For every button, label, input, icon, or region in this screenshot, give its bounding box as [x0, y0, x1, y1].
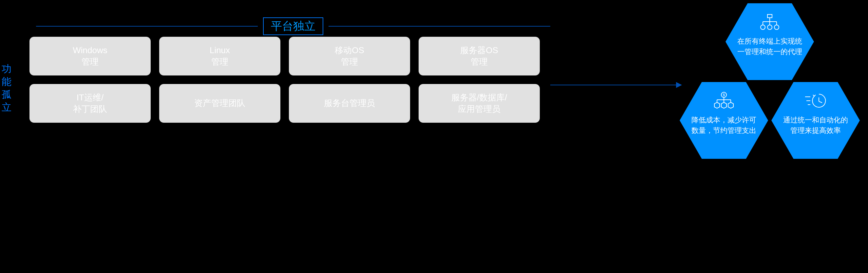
card-line1: 服务台管理员: [324, 98, 375, 109]
silo-row-platform: Windows 管理 Linux 管理 移动OS 管理 服务器OS 管理: [29, 37, 554, 76]
card-line2: 管理: [471, 56, 488, 67]
card-linux-mgmt: Linux 管理: [159, 37, 280, 76]
card-server-os-mgmt: 服务器OS 管理: [418, 37, 540, 76]
svg-rect-1: [768, 15, 772, 18]
svg-marker-18: [714, 102, 720, 108]
arrow-right-icon: [550, 85, 681, 85]
card-service-desk-admin: 服务台管理员: [289, 84, 410, 123]
svg-marker-19: [721, 102, 726, 108]
svg-marker-20: [728, 102, 733, 108]
vertical-axis-label: 功能孤立: [0, 62, 13, 113]
hex-text: 降低成本，减少许可数量，节约管理支出: [689, 115, 758, 136]
hex-text: 在所有终端上实现统一管理和统一的代理: [735, 36, 804, 57]
card-line1: IT运维/: [76, 92, 103, 103]
card-server-db-app-admin: 服务器/数据库/ 应用管理员: [418, 84, 540, 123]
card-line2: 应用管理员: [458, 103, 500, 115]
svg-text:$: $: [723, 93, 725, 97]
card-line1: 服务器OS: [460, 45, 498, 56]
hex-text: 通过统一和自动化的管理来提高效率: [781, 115, 850, 136]
card-line1: 资产管理团队: [194, 98, 245, 109]
svg-line-26: [819, 101, 822, 103]
hex-automation-efficiency: 通过统一和自动化的管理来提高效率: [771, 82, 860, 159]
silo-row-teams: IT运维/ 补丁团队 资产管理团队 服务台管理员 服务器/数据库/ 应用管理员: [29, 84, 554, 123]
heading-title: 平台独立: [263, 18, 323, 35]
svg-point-8: [768, 25, 772, 30]
speed-clock-icon: [804, 91, 827, 110]
hex-unified-agent: 在所有终端上实现统一管理和统一的代理: [725, 3, 814, 80]
heading-line-left: [36, 26, 258, 27]
card-line1: Windows: [73, 45, 107, 56]
card-mobile-os-mgmt: 移动OS 管理: [289, 37, 410, 76]
silo-card-grid: Windows 管理 Linux 管理 移动OS 管理 服务器OS 管理 IT运…: [29, 37, 554, 123]
card-line1: 移动OS: [335, 45, 364, 56]
svg-point-7: [761, 25, 765, 30]
org-chart-icon: [760, 12, 780, 31]
card-line1: 服务器/数据库/: [452, 92, 507, 103]
card-line2: 管理: [211, 56, 228, 67]
card-windows-mgmt: Windows 管理: [29, 37, 151, 76]
heading-line-right: [329, 26, 550, 27]
card-line2: 管理: [341, 56, 358, 67]
svg-point-9: [774, 25, 779, 30]
card-line2: 管理: [82, 56, 99, 67]
hex-reduce-cost: $ 降低成本，减少许可数量，节约管理支出: [680, 82, 768, 159]
card-line2: 补丁团队: [73, 103, 107, 115]
card-asset-mgmt-team: 资产管理团队: [159, 84, 280, 123]
heading-bracket: 平台独立: [36, 18, 550, 34]
card-line1: Linux: [210, 45, 230, 56]
cost-boxes-icon: $: [714, 91, 734, 110]
card-it-ops-patch: IT运维/ 补丁团队: [29, 84, 151, 123]
hex-benefit-cluster: 在所有终端上实现统一管理和统一的代理 $: [678, 3, 862, 187]
